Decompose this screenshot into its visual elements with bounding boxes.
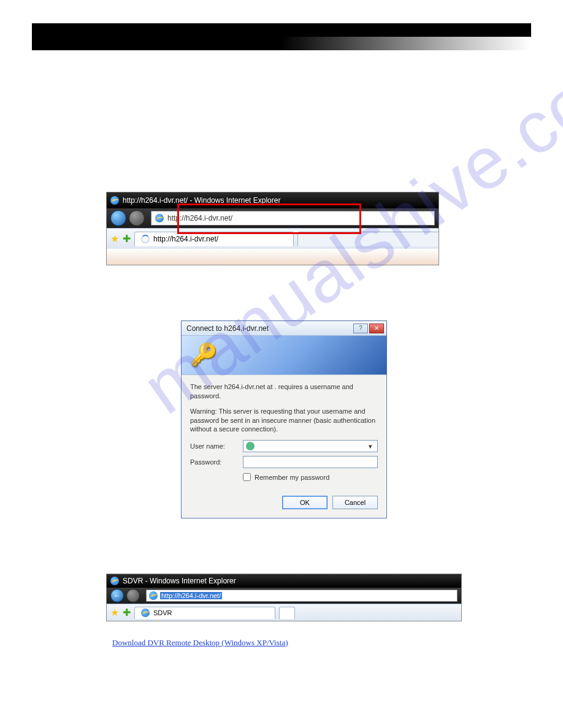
dialog-titlebar: Connect to h264.i-dvr.net ? ✕ — [182, 321, 386, 336]
ie-favicon-icon — [155, 214, 164, 222]
dialog-banner: 🔑 — [182, 336, 386, 375]
page-header-bar — [32, 23, 531, 50]
download-link[interactable]: Download DVR Remote Desktop (Windows XP/… — [112, 638, 288, 648]
ie1-nav-toolbar: http://h264.i-dvr.net/ — [107, 208, 439, 228]
ie1-tab-row: ★ ✚ http://h264.i-dvr.net/ — [107, 228, 439, 249]
remember-checkbox[interactable] — [243, 473, 251, 481]
ie2-titlebar: SDVR - Windows Internet Explorer — [107, 574, 461, 588]
ie-window-1: http://h264.i-dvr.net/ - Windows Interne… — [106, 192, 439, 265]
ie2-nav-toolbar: ← http://h264.i-dvr.net/ — [107, 588, 461, 604]
username-label: User name: — [190, 442, 243, 450]
dialog-title-text: Connect to h264.i-dvr.net — [186, 324, 269, 333]
password-label: Password: — [190, 458, 243, 466]
new-tab-button[interactable] — [279, 607, 295, 619]
address-bar[interactable]: http://h264.i-dvr.net/ — [146, 590, 458, 602]
browser-tab[interactable]: http://h264.i-dvr.net/ — [134, 232, 294, 246]
add-favorite-icon[interactable]: ✚ — [123, 607, 131, 618]
tab-label: SDVR — [153, 609, 172, 616]
dialog-body: The server h264.i-dvr.net at . requires … — [182, 375, 386, 490]
forward-button[interactable] — [129, 210, 145, 226]
dialog-message-1: The server h264.i-dvr.net at . requires … — [190, 382, 378, 401]
favorites-star-icon[interactable]: ★ — [110, 233, 119, 245]
password-input[interactable] — [243, 456, 378, 468]
ok-button[interactable]: OK — [282, 496, 327, 509]
address-bar-text: http://h264.i-dvr.net/ — [167, 214, 232, 222]
ie-logo-icon — [110, 577, 119, 585]
dialog-message-2: Warning: This server is requesting that … — [190, 407, 378, 434]
ie2-window-title: SDVR - Windows Internet Explorer — [123, 577, 236, 585]
ie1-titlebar: http://h264.i-dvr.net/ - Windows Interne… — [107, 192, 439, 208]
new-tab-button[interactable] — [297, 232, 439, 246]
ie-favicon-icon — [141, 609, 150, 617]
ie1-content-area — [107, 249, 439, 265]
add-favorite-icon[interactable]: ✚ — [123, 233, 131, 245]
address-bar[interactable]: http://h264.i-dvr.net/ — [151, 211, 435, 226]
cancel-button[interactable]: Cancel — [332, 496, 378, 509]
forward-button[interactable] — [126, 589, 140, 602]
username-input[interactable]: ▾ — [243, 440, 378, 452]
person-icon — [246, 442, 255, 450]
ie1-window-title: http://h264.i-dvr.net/ - Windows Interne… — [123, 196, 280, 205]
dialog-button-row: OK Cancel — [182, 490, 386, 518]
ie2-tab-row: ★ ✚ SDVR — [107, 604, 461, 621]
address-bar-text: http://h264.i-dvr.net/ — [160, 592, 222, 599]
remember-label: Remember my password — [255, 474, 329, 481]
keys-icon: 🔑 — [190, 342, 218, 368]
ie-window-2: SDVR - Windows Internet Explorer ← http:… — [106, 574, 462, 621]
ie-logo-icon — [110, 196, 119, 205]
help-button[interactable]: ? — [353, 324, 368, 333]
favorites-star-icon[interactable]: ★ — [110, 607, 119, 618]
auth-dialog: Connect to h264.i-dvr.net ? ✕ 🔑 The serv… — [181, 320, 387, 518]
back-button[interactable] — [110, 210, 126, 226]
ie-favicon-icon — [149, 591, 158, 600]
back-button[interactable]: ← — [110, 589, 124, 602]
loading-spinner-icon — [141, 235, 150, 243]
tab-label: http://h264.i-dvr.net/ — [153, 235, 218, 243]
close-button[interactable]: ✕ — [369, 324, 384, 333]
dropdown-arrow-icon[interactable]: ▾ — [366, 442, 375, 450]
browser-tab[interactable]: SDVR — [134, 607, 275, 619]
